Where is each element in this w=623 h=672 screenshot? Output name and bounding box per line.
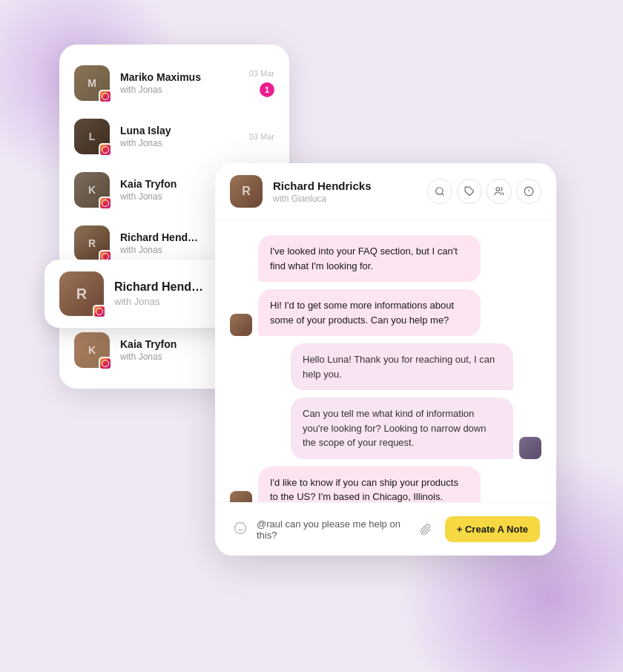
richard-highlight-avatar: R — [59, 271, 104, 316]
tag-button[interactable] — [457, 179, 482, 204]
unread-badge: 1 — [260, 82, 274, 97]
create-note-button[interactable]: + Create A Note — [445, 516, 540, 542]
conv-sub: with Jonas — [120, 85, 239, 95]
conv-info: Mariko Maximus with Jonas — [120, 71, 239, 95]
message-avatar — [230, 491, 252, 503]
conv-info: Luna Islay with Jonas — [120, 125, 239, 148]
search-button[interactable] — [427, 179, 452, 204]
message-row: Hi! I'd to get some more informations ab… — [230, 289, 541, 336]
assign-button[interactable] — [487, 179, 512, 204]
message-row: Can you tell me what kind of information… — [230, 398, 541, 459]
conv-avatar-wrap: K — [74, 172, 110, 208]
chat-input-text[interactable]: @raul can you please me help on this? — [257, 518, 406, 541]
conv-meta: 03 Mar 1 — [249, 69, 274, 97]
svg-point-2 — [496, 188, 500, 191]
chat-panel: R Richard Hendricks with Gianluca — [215, 163, 556, 556]
conv-name: Luna Islay — [120, 125, 239, 136]
chat-header-info: Richard Hendricks with Gianluca — [273, 179, 417, 204]
instagram-badge — [99, 143, 112, 157]
conv-date: 03 Mar — [249, 132, 274, 141]
chat-header: R Richard Hendricks with Gianluca — [215, 163, 556, 220]
message-bubble: I've looked into your FAQ section, but I… — [258, 235, 481, 282]
conv-avatar-wrap: R — [74, 225, 110, 261]
conv-name: Mariko Maximus — [120, 71, 239, 83]
instagram-badge — [99, 357, 112, 370]
chat-header-actions — [427, 179, 541, 204]
message-bubble: Can you tell me what kind of information… — [291, 398, 513, 459]
instagram-badge — [93, 305, 106, 318]
message-row: I've looked into your FAQ section, but I… — [230, 235, 541, 282]
instagram-badge — [99, 197, 112, 210]
instagram-badge — [99, 90, 112, 103]
conv-meta: 03 Mar — [249, 132, 274, 141]
conv-sub: with Jonas — [120, 138, 239, 148]
chat-messages: I've looked into your FAQ section, but I… — [215, 220, 556, 502]
attach-button[interactable] — [414, 518, 438, 541]
message-row: Hello Luna! Thank you for reaching out, … — [230, 343, 541, 390]
conv-avatar-wrap: M — [74, 65, 110, 101]
message-bubble: Hi! I'd to get some more informations ab… — [258, 289, 481, 336]
conv-list-item[interactable]: M Mariko Maximus with Jonas 03 Mar 1 — [59, 56, 289, 110]
richard-highlight-sub: with Jonas — [114, 296, 203, 307]
chat-input-area: @raul can you please me help on this? + … — [215, 502, 556, 556]
emoji-icon — [231, 521, 249, 538]
conv-date: 03 Mar — [249, 69, 274, 78]
richard-highlight-name: Richard Hend… — [114, 280, 203, 294]
svg-point-6 — [235, 522, 246, 533]
chat-contact-name: Richard Hendricks — [273, 179, 417, 192]
svg-point-0 — [436, 188, 443, 194]
message-avatar — [230, 314, 252, 336]
chat-input-bar: @raul can you please me help on this? + … — [227, 513, 544, 545]
message-row: I'd like to know if you can ship your pr… — [230, 467, 541, 503]
conv-list-item[interactable]: L Luna Islay with Jonas 03 Mar — [59, 110, 289, 163]
scene: M Mariko Maximus with Jonas 03 Mar 1 L L… — [0, 0, 623, 672]
info-button[interactable] — [516, 179, 541, 204]
richard-highlight-info: Richard Hend… with Jonas — [114, 280, 203, 307]
message-bubble: Hello Luna! Thank you for reaching out, … — [291, 343, 513, 390]
chat-contact-avatar: R — [230, 175, 263, 208]
message-avatar — [519, 437, 541, 459]
conv-avatar-wrap: L — [74, 119, 110, 154]
conv-avatar-wrap: K — [74, 332, 110, 368]
chat-contact-sub: with Gianluca — [273, 194, 417, 204]
message-bubble: I'd like to know if you can ship your pr… — [258, 467, 481, 503]
